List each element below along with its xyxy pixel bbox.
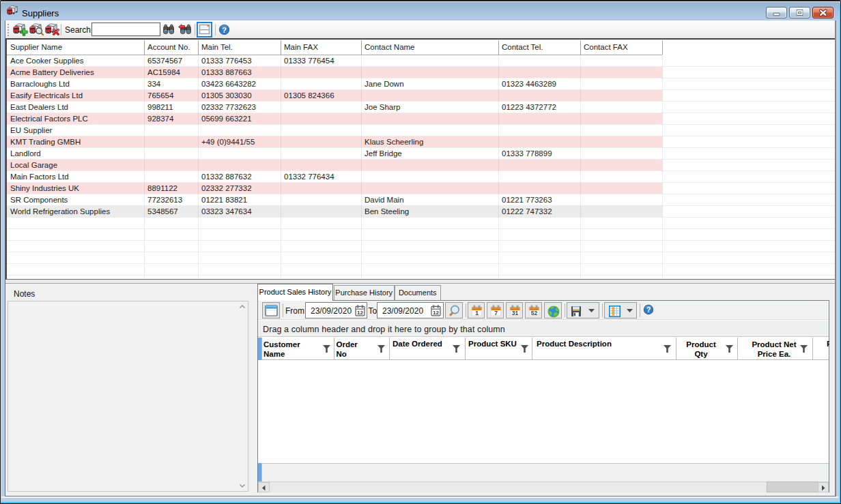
svg-text:12: 12 [357, 309, 363, 315]
svg-text:52: 52 [530, 310, 537, 316]
svg-text:31: 31 [511, 310, 518, 316]
svg-text:12: 12 [433, 309, 439, 315]
svg-text:?: ? [646, 306, 651, 314]
svg-text:7: 7 [494, 310, 498, 316]
svg-text:?: ? [222, 25, 227, 33]
svg-text:1: 1 [475, 310, 479, 316]
